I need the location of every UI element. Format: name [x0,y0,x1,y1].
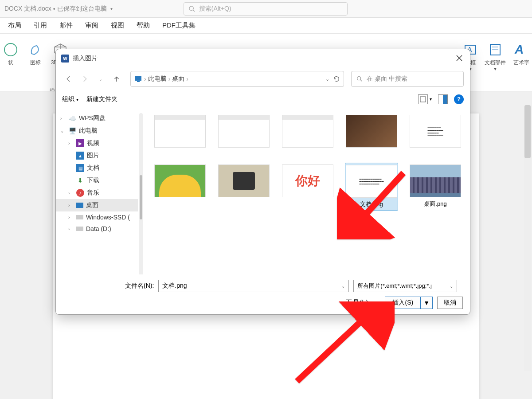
pc-icon [134,75,142,83]
svg-rect-11 [135,76,141,81]
svg-rect-15 [420,97,426,102]
tree-documents[interactable]: ▤文档 [56,162,138,174]
menu-view[interactable]: 视图 [107,20,128,31]
word-app-icon: W [61,55,69,63]
nav-forward[interactable] [78,72,91,86]
folder-tree: ›☁️WPS网盘 ⌄🖥️此电脑 ›▶视频 ▲图片 ▤文档 ⬇下载 ›♪音乐 ›桌… [56,109,138,274]
help-button[interactable]: ? [454,94,464,104]
search-icon [188,5,196,12]
dialog-footer: 文件名(N): 文档.png ⌄ 所有图片(*.emf;*.wmf;*.jpg;… [56,274,470,314]
tree-this-pc[interactable]: ⌄🖥️此电脑 [56,125,138,137]
menu-references[interactable]: 引用 [30,20,51,31]
path-folder[interactable]: 桌面 [172,75,184,83]
music-icon: ♪ [76,189,84,197]
file-label: 桌面.png [424,200,446,208]
menu-pdf-tools[interactable]: PDF工具集 [159,20,199,31]
nav-recent[interactable]: ⌄ [94,72,107,86]
pc-icon: 🖥️ [68,127,76,135]
menu-mail[interactable]: 邮件 [56,20,76,31]
dialog-nav: ⌄ › 此电脑 › 桌面 › ⌄ 在 桌面 中搜索 [56,68,470,90]
ribbon-icons[interactable]: 图标 [25,38,46,66]
drive-icon [76,227,83,231]
video-icon: ▶ [76,139,84,147]
dialog-titlebar: W 插入图片 [56,49,470,68]
menu-help[interactable]: 帮助 [133,20,153,31]
file-item[interactable] [345,113,398,149]
global-search[interactable]: 搜索(Alt+Q) [184,2,348,16]
insert-picture-dialog: W 插入图片 ⌄ › 此电脑 › 桌面 › ⌄ 在 桌面 中搜索 组织 ▾ [55,49,470,315]
arrow-right-icon [81,75,89,83]
arrow-left-icon [65,75,73,83]
preview-pane-button[interactable] [438,94,448,104]
tree-windows-ssd[interactable]: ›Windows-SSD ( [56,211,138,223]
downloads-icon: ⬇ [76,176,84,184]
refresh-icon[interactable] [333,75,340,82]
docs-icon: ▤ [76,164,84,172]
leaf-icon [28,42,43,57]
tools-dropdown[interactable]: 工具(L) ▼ [345,298,375,308]
svg-text:A: A [514,43,524,56]
drive-icon [76,215,83,219]
tree-pictures[interactable]: ▲图片 [56,149,138,162]
desktop-icon [76,203,83,208]
file-item[interactable] [281,113,334,149]
tree-wps-cloud[interactable]: ›☁️WPS网盘 [56,112,138,125]
menu-review[interactable]: 审阅 [82,20,102,31]
pictures-icon: ▲ [76,152,84,160]
ribbon-doc-parts[interactable]: 文档部件▾ [483,38,507,72]
file-grid: ▬▬▬▬▬▬▬▬▬▬▬▬▬▬▬▬▬▬▬▬▬▬▬▬▬ 你好 ▬▬▬▬▬▬▬▬▬▬▬… [138,109,470,274]
tree-downloads[interactable]: ⬇下载 [56,174,138,187]
filename-label: 文件名(N): [125,282,154,290]
file-item[interactable] [153,113,207,149]
doc-scrollbar[interactable] [524,105,531,371]
filetype-select[interactable]: 所有图片(*.emf;*.wmf;*.jpg;*.j ⌄ [353,280,457,292]
file-item[interactable]: 你好 [281,163,334,211]
insert-dropdown[interactable]: ▼ [420,297,433,309]
filename-input[interactable]: 文档.png ⌄ [158,280,349,292]
search-placeholder: 搜索(Alt+Q) [199,5,231,13]
svg-line-1 [193,10,195,12]
docparts-icon [489,43,502,56]
dialog-search-placeholder: 在 桌面 中搜索 [367,75,407,83]
file-item[interactable] [217,113,270,149]
saved-status: 已保存到这台电脑 [57,5,107,13]
view-mode-button[interactable]: ▾ [418,94,432,104]
tree-data-d[interactable]: ›Data (D:) [56,223,138,235]
svg-rect-5 [490,44,500,55]
file-item[interactable]: ▬▬▬▬▬▬▬▬▬▬▬▬▬▬▬▬▬▬▬▬▬▬▬▬▬ [409,113,462,149]
svg-point-0 [189,6,193,10]
search-icon [356,75,363,82]
ribbon-wordart[interactable]: A 艺术字 [511,38,532,66]
ribbon-shapes[interactable]: 状 [0,38,21,66]
view-icon [420,96,426,102]
path-bar[interactable]: › 此电脑 › 桌面 › ⌄ [130,71,344,87]
dialog-title-text: 插入图片 [73,55,98,63]
insert-button[interactable]: 插入(S) ▼ [385,297,433,309]
menu-layout[interactable]: 布局 [4,20,25,31]
shapes-icon [3,42,18,57]
dialog-search[interactable]: 在 桌面 中搜索 [351,71,464,87]
svg-line-14 [360,79,362,81]
tree-desktop[interactable]: ›桌面 [56,199,138,211]
menu-bar: 布局 引用 邮件 审阅 视图 帮助 PDF工具集 [0,18,532,34]
organize-dropdown[interactable]: 组织 ▾ [62,95,78,103]
file-item[interactable] [153,163,207,211]
file-item-selected[interactable]: ▬▬▬▬▬▬▬▬▬▬▬▬▬▬▬▬▬▬▬▬▬▬▬▬▬▬▬▬▬▬ 文档.png [345,163,398,211]
title-dropdown-icon[interactable]: ▾ [110,6,113,11]
arrow-up-icon [113,75,121,83]
tree-music[interactable]: ›♪音乐 [56,187,138,199]
grid-scrollbar[interactable] [139,113,143,274]
path-root[interactable]: 此电脑 [148,75,167,83]
cancel-button[interactable]: 取消 [437,297,463,309]
close-icon [456,55,463,62]
svg-rect-12 [137,81,140,82]
new-folder-button[interactable]: 新建文件夹 [86,95,117,103]
wordart-icon: A [514,42,529,57]
tree-videos[interactable]: ›▶视频 [56,137,138,149]
file-item[interactable] [217,163,270,211]
file-item[interactable]: 桌面.png [409,163,462,211]
nav-up[interactable] [110,72,123,86]
path-dropdown[interactable]: ⌄ [325,76,329,82]
close-button[interactable] [454,53,465,65]
nav-back[interactable] [62,72,75,86]
